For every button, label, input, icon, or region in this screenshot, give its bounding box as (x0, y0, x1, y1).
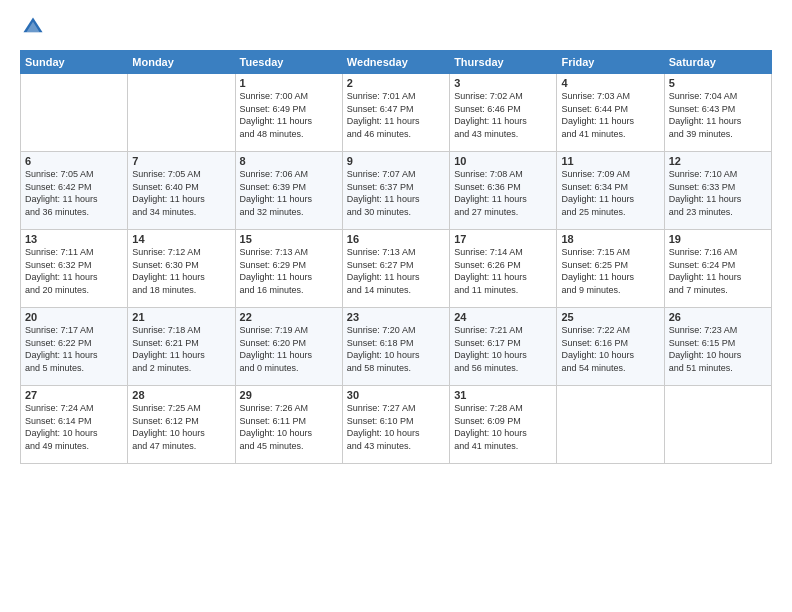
calendar-cell: 23Sunrise: 7:20 AM Sunset: 6:18 PM Dayli… (342, 308, 449, 386)
day-number: 3 (454, 77, 552, 89)
calendar-cell: 14Sunrise: 7:12 AM Sunset: 6:30 PM Dayli… (128, 230, 235, 308)
day-number: 4 (561, 77, 659, 89)
day-info: Sunrise: 7:10 AM Sunset: 6:33 PM Dayligh… (669, 168, 767, 218)
day-info: Sunrise: 7:27 AM Sunset: 6:10 PM Dayligh… (347, 402, 445, 452)
calendar-cell: 30Sunrise: 7:27 AM Sunset: 6:10 PM Dayli… (342, 386, 449, 464)
weekday-header: Tuesday (235, 51, 342, 74)
calendar-cell: 27Sunrise: 7:24 AM Sunset: 6:14 PM Dayli… (21, 386, 128, 464)
calendar-cell: 28Sunrise: 7:25 AM Sunset: 6:12 PM Dayli… (128, 386, 235, 464)
day-info: Sunrise: 7:05 AM Sunset: 6:40 PM Dayligh… (132, 168, 230, 218)
day-number: 24 (454, 311, 552, 323)
calendar-cell: 16Sunrise: 7:13 AM Sunset: 6:27 PM Dayli… (342, 230, 449, 308)
calendar-cell: 7Sunrise: 7:05 AM Sunset: 6:40 PM Daylig… (128, 152, 235, 230)
day-info: Sunrise: 7:28 AM Sunset: 6:09 PM Dayligh… (454, 402, 552, 452)
calendar-cell: 10Sunrise: 7:08 AM Sunset: 6:36 PM Dayli… (450, 152, 557, 230)
calendar-cell: 17Sunrise: 7:14 AM Sunset: 6:26 PM Dayli… (450, 230, 557, 308)
day-info: Sunrise: 7:18 AM Sunset: 6:21 PM Dayligh… (132, 324, 230, 374)
day-number: 7 (132, 155, 230, 167)
calendar-cell: 8Sunrise: 7:06 AM Sunset: 6:39 PM Daylig… (235, 152, 342, 230)
day-info: Sunrise: 7:17 AM Sunset: 6:22 PM Dayligh… (25, 324, 123, 374)
calendar-cell (664, 386, 771, 464)
day-number: 22 (240, 311, 338, 323)
day-number: 13 (25, 233, 123, 245)
day-info: Sunrise: 7:08 AM Sunset: 6:36 PM Dayligh… (454, 168, 552, 218)
day-number: 12 (669, 155, 767, 167)
day-number: 29 (240, 389, 338, 401)
day-number: 11 (561, 155, 659, 167)
day-info: Sunrise: 7:22 AM Sunset: 6:16 PM Dayligh… (561, 324, 659, 374)
day-info: Sunrise: 7:06 AM Sunset: 6:39 PM Dayligh… (240, 168, 338, 218)
day-info: Sunrise: 7:13 AM Sunset: 6:29 PM Dayligh… (240, 246, 338, 296)
calendar-table: SundayMondayTuesdayWednesdayThursdayFrid… (20, 50, 772, 464)
calendar-week-row: 13Sunrise: 7:11 AM Sunset: 6:32 PM Dayli… (21, 230, 772, 308)
calendar-cell: 12Sunrise: 7:10 AM Sunset: 6:33 PM Dayli… (664, 152, 771, 230)
day-info: Sunrise: 7:23 AM Sunset: 6:15 PM Dayligh… (669, 324, 767, 374)
day-info: Sunrise: 7:01 AM Sunset: 6:47 PM Dayligh… (347, 90, 445, 140)
day-number: 8 (240, 155, 338, 167)
day-info: Sunrise: 7:02 AM Sunset: 6:46 PM Dayligh… (454, 90, 552, 140)
day-info: Sunrise: 7:03 AM Sunset: 6:44 PM Dayligh… (561, 90, 659, 140)
day-number: 17 (454, 233, 552, 245)
day-info: Sunrise: 7:05 AM Sunset: 6:42 PM Dayligh… (25, 168, 123, 218)
day-number: 30 (347, 389, 445, 401)
calendar-cell: 3Sunrise: 7:02 AM Sunset: 6:46 PM Daylig… (450, 74, 557, 152)
calendar-cell: 19Sunrise: 7:16 AM Sunset: 6:24 PM Dayli… (664, 230, 771, 308)
weekday-header: Friday (557, 51, 664, 74)
day-number: 20 (25, 311, 123, 323)
calendar-cell: 15Sunrise: 7:13 AM Sunset: 6:29 PM Dayli… (235, 230, 342, 308)
calendar-cell: 5Sunrise: 7:04 AM Sunset: 6:43 PM Daylig… (664, 74, 771, 152)
weekday-header: Monday (128, 51, 235, 74)
weekday-header: Sunday (21, 51, 128, 74)
day-number: 14 (132, 233, 230, 245)
calendar-week-row: 27Sunrise: 7:24 AM Sunset: 6:14 PM Dayli… (21, 386, 772, 464)
day-number: 10 (454, 155, 552, 167)
day-info: Sunrise: 7:26 AM Sunset: 6:11 PM Dayligh… (240, 402, 338, 452)
day-info: Sunrise: 7:00 AM Sunset: 6:49 PM Dayligh… (240, 90, 338, 140)
calendar-cell: 13Sunrise: 7:11 AM Sunset: 6:32 PM Dayli… (21, 230, 128, 308)
day-number: 27 (25, 389, 123, 401)
day-number: 28 (132, 389, 230, 401)
weekday-header: Wednesday (342, 51, 449, 74)
day-number: 25 (561, 311, 659, 323)
day-number: 21 (132, 311, 230, 323)
calendar-cell: 20Sunrise: 7:17 AM Sunset: 6:22 PM Dayli… (21, 308, 128, 386)
day-info: Sunrise: 7:25 AM Sunset: 6:12 PM Dayligh… (132, 402, 230, 452)
calendar-cell: 9Sunrise: 7:07 AM Sunset: 6:37 PM Daylig… (342, 152, 449, 230)
calendar-header-row: SundayMondayTuesdayWednesdayThursdayFrid… (21, 51, 772, 74)
day-number: 19 (669, 233, 767, 245)
day-number: 1 (240, 77, 338, 89)
calendar-cell: 11Sunrise: 7:09 AM Sunset: 6:34 PM Dayli… (557, 152, 664, 230)
calendar-cell: 4Sunrise: 7:03 AM Sunset: 6:44 PM Daylig… (557, 74, 664, 152)
day-number: 31 (454, 389, 552, 401)
header (20, 16, 772, 42)
calendar-week-row: 20Sunrise: 7:17 AM Sunset: 6:22 PM Dayli… (21, 308, 772, 386)
calendar-cell (21, 74, 128, 152)
calendar-cell: 29Sunrise: 7:26 AM Sunset: 6:11 PM Dayli… (235, 386, 342, 464)
calendar-cell: 2Sunrise: 7:01 AM Sunset: 6:47 PM Daylig… (342, 74, 449, 152)
logo (20, 16, 46, 42)
calendar-cell: 24Sunrise: 7:21 AM Sunset: 6:17 PM Dayli… (450, 308, 557, 386)
calendar-cell: 26Sunrise: 7:23 AM Sunset: 6:15 PM Dayli… (664, 308, 771, 386)
calendar-week-row: 6Sunrise: 7:05 AM Sunset: 6:42 PM Daylig… (21, 152, 772, 230)
day-info: Sunrise: 7:04 AM Sunset: 6:43 PM Dayligh… (669, 90, 767, 140)
day-info: Sunrise: 7:09 AM Sunset: 6:34 PM Dayligh… (561, 168, 659, 218)
day-info: Sunrise: 7:20 AM Sunset: 6:18 PM Dayligh… (347, 324, 445, 374)
calendar-cell: 22Sunrise: 7:19 AM Sunset: 6:20 PM Dayli… (235, 308, 342, 386)
logo-icon (22, 16, 44, 38)
day-info: Sunrise: 7:13 AM Sunset: 6:27 PM Dayligh… (347, 246, 445, 296)
day-number: 16 (347, 233, 445, 245)
calendar-cell: 1Sunrise: 7:00 AM Sunset: 6:49 PM Daylig… (235, 74, 342, 152)
calendar-cell: 31Sunrise: 7:28 AM Sunset: 6:09 PM Dayli… (450, 386, 557, 464)
calendar-cell: 18Sunrise: 7:15 AM Sunset: 6:25 PM Dayli… (557, 230, 664, 308)
day-info: Sunrise: 7:24 AM Sunset: 6:14 PM Dayligh… (25, 402, 123, 452)
calendar-cell (557, 386, 664, 464)
day-number: 2 (347, 77, 445, 89)
day-number: 6 (25, 155, 123, 167)
day-info: Sunrise: 7:21 AM Sunset: 6:17 PM Dayligh… (454, 324, 552, 374)
day-info: Sunrise: 7:15 AM Sunset: 6:25 PM Dayligh… (561, 246, 659, 296)
calendar-cell: 25Sunrise: 7:22 AM Sunset: 6:16 PM Dayli… (557, 308, 664, 386)
day-info: Sunrise: 7:07 AM Sunset: 6:37 PM Dayligh… (347, 168, 445, 218)
day-info: Sunrise: 7:11 AM Sunset: 6:32 PM Dayligh… (25, 246, 123, 296)
day-number: 5 (669, 77, 767, 89)
day-info: Sunrise: 7:19 AM Sunset: 6:20 PM Dayligh… (240, 324, 338, 374)
